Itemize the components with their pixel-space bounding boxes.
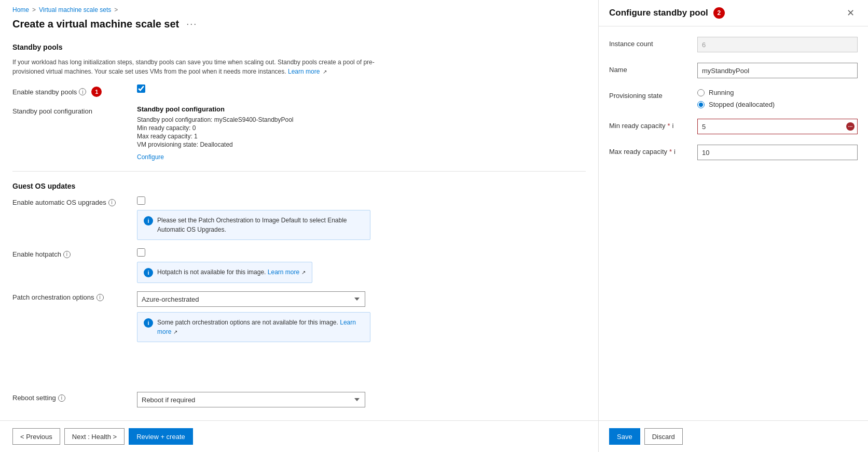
provisioning-running-option[interactable]: Running (697, 89, 858, 96)
panel-name-row: Name (609, 63, 858, 78)
patch-options-info-icon[interactable]: i (97, 294, 104, 301)
standby-pools-section: Standby pools If your workload has long … (12, 43, 586, 161)
min-capacity-error-icon: ··· (846, 122, 855, 131)
panel-title-row: Configure standby pool 2 (609, 7, 725, 19)
min-capacity-field: ··· (697, 119, 858, 134)
hotpatch-learn-more-link[interactable]: Learn more (268, 269, 299, 276)
standby-config-box: Standby pool configuration Standby pool … (137, 105, 294, 161)
page-title-row: Create a virtual machine scale set ··· (12, 18, 586, 31)
auto-upgrade-info-msg: i Please set the Patch Orchestration to … (137, 210, 370, 240)
provisioning-row: Provisioning state Running Stopped (deal… (609, 89, 858, 108)
config-pool-name: Standby pool configuration: myScaleS9400… (137, 116, 294, 123)
panel-title: Configure standby pool (609, 8, 708, 18)
auto-upgrade-info-icon[interactable]: i (108, 199, 116, 206)
max-capacity-row: Max ready capacity * i (609, 145, 858, 160)
max-capacity-input[interactable] (697, 145, 858, 160)
panel-save-button[interactable]: Save (609, 428, 640, 445)
divider-1 (12, 171, 586, 172)
panel-discard-button[interactable]: Discard (644, 428, 683, 445)
panel-name-label: Name (609, 63, 697, 74)
spacer (12, 350, 586, 392)
instance-count-row: Instance count (609, 37, 858, 52)
provisioning-field: Running Stopped (deallocated) (697, 89, 858, 108)
enable-standby-checkbox-wrap (137, 84, 145, 93)
provisioning-running-radio[interactable] (697, 89, 705, 96)
patch-options-select[interactable]: Azure-orchestrated Manual Image Default … (137, 291, 365, 307)
page-header: Home > Virtual machine scale sets > Crea… (0, 0, 598, 39)
enable-standby-checkbox[interactable] (137, 84, 145, 93)
patch-msg-text: Some patch orchestration options are not… (157, 318, 364, 336)
guest-os-title: Guest OS updates (12, 182, 586, 190)
min-capacity-info-icon[interactable]: i (672, 122, 673, 130)
provisioning-stopped-label: Stopped (deallocated) (709, 101, 775, 108)
auto-upgrade-checkbox[interactable] (137, 196, 145, 205)
footer-bar: < Previous Next : Health > Review + crea… (0, 420, 598, 452)
standby-pools-description: If your workload has long initialization… (12, 58, 376, 76)
panel-close-button[interactable]: ✕ (844, 7, 858, 19)
standby-config-label: Standby pool configuration (12, 105, 137, 115)
page-title: Create a virtual machine scale set (12, 18, 179, 30)
min-capacity-input[interactable] (697, 119, 858, 134)
right-panel: Configure standby pool 2 ✕ Instance coun… (598, 0, 868, 452)
hotpatch-msg-text: Hotpatch is not available for this image… (157, 267, 306, 277)
instance-count-label: Instance count (609, 37, 697, 48)
standby-config-row: Standby pool configuration Standby pool … (12, 105, 586, 161)
auto-upgrade-row: Enable automatic OS upgrades i i Please … (12, 196, 586, 240)
review-create-button[interactable]: Review + create (129, 428, 193, 445)
provisioning-stopped-radio[interactable] (697, 101, 705, 108)
standby-pools-title: Standby pools (12, 43, 586, 51)
min-capacity-label: Min ready capacity * i (609, 119, 697, 130)
patch-ext-link-icon: ↗ (173, 329, 177, 335)
panel-badge: 2 (713, 7, 725, 19)
reboot-select[interactable]: Reboot if required Always reboot Never r… (137, 392, 365, 407)
more-options-button[interactable]: ··· (184, 18, 199, 31)
hotpatch-info-icon[interactable]: i (63, 251, 71, 258)
auto-upgrade-info-circle-icon: i (144, 216, 153, 225)
provisioning-stopped-option[interactable]: Stopped (deallocated) (697, 101, 858, 108)
patch-options-label: Patch orchestration options i (12, 291, 137, 301)
reboot-label: Reboot setting i (12, 392, 137, 402)
enable-standby-row: Enable standby pools i 1 (12, 84, 586, 97)
reboot-row: Reboot setting i Reboot if required Alwa… (12, 392, 586, 407)
patch-info-circle-icon: i (144, 318, 153, 328)
config-box-title: Standby pool configuration (137, 105, 294, 113)
breadcrumb-home[interactable]: Home (12, 6, 29, 13)
provisioning-running-label: Running (709, 89, 734, 96)
config-vm-state: VM provisioning state: Deallocated (137, 141, 294, 148)
reboot-info-icon[interactable]: i (58, 394, 65, 402)
auto-upgrade-label: Enable automatic OS upgrades i (12, 196, 137, 206)
auto-upgrade-checkbox-wrap (137, 196, 370, 205)
next-button[interactable]: Next : Health > (64, 428, 125, 445)
hotpatch-info-msg: i Hotpatch is not available for this ima… (137, 262, 312, 283)
panel-name-input[interactable] (697, 63, 858, 78)
auto-upgrade-controls: i Please set the Patch Orchestration to … (137, 196, 370, 240)
max-capacity-field (697, 145, 858, 160)
hotpatch-controls: i Hotpatch is not available for this ima… (137, 248, 312, 283)
patch-options-row: Patch orchestration options i Azure-orch… (12, 291, 586, 342)
hotpatch-checkbox[interactable] (137, 248, 145, 257)
min-capacity-row: Min ready capacity * i ··· (609, 119, 858, 134)
scroll-area: Standby pools If your workload has long … (0, 39, 598, 420)
config-min-cap: Min ready capacity: 0 (137, 124, 294, 132)
guest-os-section: Guest OS updates Enable automatic OS upg… (12, 182, 586, 342)
hotpatch-row: Enable hotpatch i i Hotpatch is not avai… (12, 248, 586, 283)
instance-count-input (697, 37, 858, 52)
external-link-icon: ↗ (323, 69, 327, 75)
patch-options-controls: Azure-orchestrated Manual Image Default … (137, 291, 370, 342)
enable-standby-info-icon[interactable]: i (79, 88, 86, 95)
max-capacity-info-icon[interactable]: i (674, 148, 676, 156)
breadcrumb: Home > Virtual machine scale sets > (12, 6, 586, 13)
max-capacity-label: Max ready capacity * i (609, 145, 697, 156)
config-max-cap: Max ready capacity: 1 (137, 133, 294, 140)
reboot-controls: Reboot if required Always reboot Never r… (137, 392, 365, 407)
breadcrumb-sep2: > (114, 6, 118, 13)
standby-learn-more-link[interactable]: Learn more (288, 68, 320, 75)
main-content: Home > Virtual machine scale sets > Crea… (0, 0, 598, 452)
configure-link[interactable]: Configure (137, 153, 164, 161)
standby-badge: 1 (91, 87, 102, 97)
panel-footer: Save Discard (599, 420, 868, 452)
previous-button[interactable]: < Previous (12, 428, 60, 445)
hotpatch-checkbox-wrap (137, 248, 312, 257)
panel-body: Instance count Name Provisioning state R… (599, 26, 868, 420)
breadcrumb-vmss[interactable]: Virtual machine scale sets (39, 6, 111, 13)
